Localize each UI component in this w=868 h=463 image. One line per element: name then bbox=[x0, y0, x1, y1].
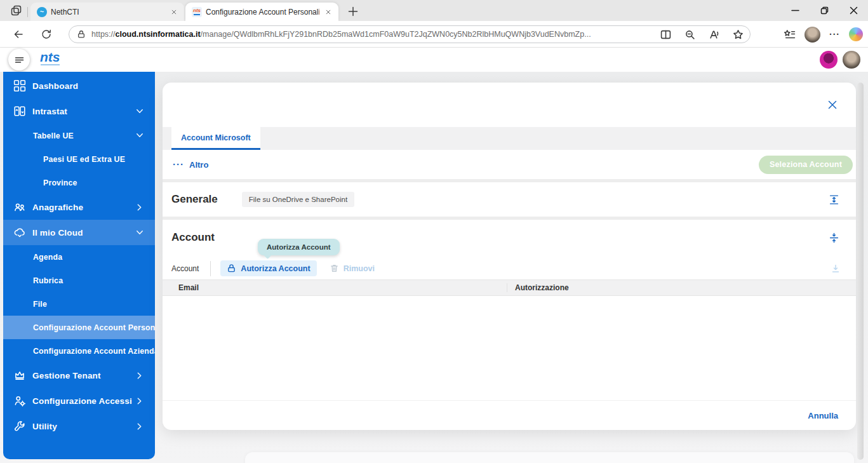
dashboard-icon bbox=[13, 79, 26, 92]
app-body: DashboardIntrastatTabelle UEPaesi UE ed … bbox=[0, 72, 868, 463]
user-avatar[interactable] bbox=[843, 51, 860, 69]
autorizza-account-button[interactable]: Autorizza Account bbox=[220, 260, 316, 276]
favorite-star-icon[interactable] bbox=[733, 29, 744, 40]
onedrive-sharepoint-chip: File su OneDrive e SharePoint bbox=[242, 192, 354, 207]
sidebar-item-configurazione-account-personali[interactable]: Configurazione Account Personali bbox=[3, 316, 155, 339]
download-icon[interactable] bbox=[831, 264, 841, 274]
nts-favicon-icon: nts bbox=[192, 7, 202, 17]
sidebar-item-label: Tabelle UE bbox=[33, 131, 74, 140]
tab-account-microsoft[interactable]: Account Microsoft bbox=[171, 127, 260, 150]
sidebar-item-label: Configurazione Account Aziendali bbox=[33, 347, 155, 356]
dialog-tabstrip: Account Microsoft bbox=[163, 127, 856, 150]
sidebar-item-dashboard[interactable]: Dashboard bbox=[3, 73, 155, 98]
section-divider bbox=[163, 217, 856, 220]
tab-title: NethCTI bbox=[51, 8, 165, 17]
sidebar-item-configurazione-accessi[interactable]: Configurazione Accessi bbox=[3, 388, 155, 413]
address-bar[interactable]: https://cloud.ntsinformatica.it/manage/Q… bbox=[69, 25, 751, 43]
tab-title: Configurazione Account Personali bbox=[206, 8, 319, 17]
read-aloud-icon[interactable] bbox=[709, 29, 719, 40]
collapse-section-icon[interactable] bbox=[829, 232, 839, 243]
sidebar-item-gestione-tenant[interactable]: Gestione Tenant bbox=[3, 363, 155, 388]
browser-menu-icon[interactable]: ··· bbox=[829, 30, 840, 39]
sidebar-item-tabelle-ue[interactable]: Tabelle UE bbox=[3, 124, 155, 147]
tab-close-icon[interactable] bbox=[323, 7, 333, 17]
address-bar-actions bbox=[660, 29, 744, 40]
hamburger-menu-icon[interactable] bbox=[8, 49, 30, 70]
dialog-close-icon[interactable] bbox=[825, 98, 839, 112]
sidebar: DashboardIntrastatTabelle UEPaesi UE ed … bbox=[3, 72, 155, 459]
split-screen-icon[interactable] bbox=[660, 29, 671, 40]
seleziona-account-button[interactable]: Seleziona Account bbox=[759, 156, 853, 174]
sidebar-item-label: Paesi UE ed Extra UE bbox=[43, 155, 125, 164]
url-text[interactable]: https://cloud.ntsinformatica.it/manage/Q… bbox=[91, 30, 653, 39]
annulla-link[interactable]: Annulla bbox=[808, 411, 838, 420]
lock-icon bbox=[227, 264, 236, 273]
nethcti-favicon-icon: ~ bbox=[37, 7, 47, 17]
rimuovi-button[interactable]: Rimuovi bbox=[330, 264, 375, 273]
new-tab-button[interactable] bbox=[346, 4, 360, 18]
crown-icon bbox=[13, 369, 26, 382]
sidebar-item-rubrica[interactable]: Rubrica bbox=[3, 269, 155, 292]
account-row-label: Account bbox=[171, 264, 199, 273]
sidebar-item-file[interactable]: File bbox=[3, 292, 155, 316]
table-header: Email Autorizzazione bbox=[163, 279, 856, 296]
refresh-icon[interactable] bbox=[38, 26, 55, 43]
sidebar-item-label: Rubrica bbox=[33, 276, 63, 285]
workspaces-icon[interactable] bbox=[9, 4, 23, 18]
app-header: nts bbox=[0, 48, 868, 72]
sidebar-item-label: Configurazione Account Personali bbox=[33, 323, 155, 332]
table-body-empty bbox=[163, 297, 856, 400]
sidebar-menu: DashboardIntrastatTabelle UEPaesi UE ed … bbox=[3, 73, 155, 439]
dialog-footer: Annulla bbox=[163, 400, 856, 430]
tab-nethcti[interactable]: ~ NethCTI bbox=[30, 3, 184, 21]
sidebar-item-label: Utility bbox=[32, 422, 57, 431]
generale-title: Generale bbox=[171, 193, 218, 206]
sidebar-item-label: Intrastat bbox=[32, 107, 67, 116]
back-icon[interactable] bbox=[10, 26, 27, 43]
window-controls bbox=[780, 0, 868, 21]
nts-logo-tagline bbox=[41, 64, 60, 65]
url-host: cloud.ntsinformatica.it bbox=[116, 30, 201, 39]
browser-profile-avatar[interactable] bbox=[805, 27, 820, 43]
sidebar-item-il-mio-cloud[interactable]: Il mio Cloud bbox=[3, 220, 155, 245]
sidebar-item-anagrafiche[interactable]: Anagrafiche bbox=[3, 194, 155, 220]
sidebar-item-label: Gestione Tenant bbox=[32, 371, 101, 380]
rimuovi-label: Rimuovi bbox=[344, 264, 375, 273]
background-card bbox=[245, 452, 854, 463]
sidebar-item-paesi-ue-ed-extra-ue[interactable]: Paesi UE ed Extra UE bbox=[3, 147, 155, 171]
account-toolbar: Account Autorizza Account Rimuovi bbox=[163, 257, 856, 279]
trash-icon bbox=[330, 264, 339, 273]
minimize-button[interactable] bbox=[780, 0, 810, 21]
identicon-avatar[interactable] bbox=[820, 51, 838, 69]
cloud-icon bbox=[13, 226, 26, 239]
altro-label: Altro bbox=[189, 160, 208, 170]
tab-close-icon[interactable] bbox=[169, 7, 179, 17]
intrastat-icon bbox=[13, 105, 26, 117]
tooltip: Autorizza Account bbox=[258, 239, 340, 255]
copilot-icon[interactable] bbox=[849, 27, 863, 41]
sidebar-item-intrastat[interactable]: Intrastat bbox=[3, 98, 155, 124]
tab-configurazione-account[interactable]: nts Configurazione Account Personali bbox=[185, 3, 338, 21]
column-header-autorizzazione[interactable]: Autorizzazione bbox=[507, 283, 856, 292]
restore-button[interactable] bbox=[810, 0, 839, 21]
person-gear-icon bbox=[13, 394, 26, 407]
dialog-toolbar: ··· Altro Seleziona Account bbox=[163, 150, 856, 179]
header-avatars bbox=[820, 51, 860, 69]
toolbar-right: ··· bbox=[784, 25, 863, 43]
account-config-dialog: Account Microsoft ··· Altro Seleziona Ac… bbox=[163, 83, 856, 430]
sidebar-item-label: Dashboard bbox=[32, 81, 78, 91]
lock-icon[interactable] bbox=[77, 30, 86, 39]
favorites-bar-icon[interactable] bbox=[784, 29, 796, 41]
altro-menu[interactable]: ··· Altro bbox=[173, 160, 208, 170]
sidebar-item-label: Province bbox=[43, 178, 77, 187]
sidebar-item-configurazione-account-aziendali[interactable]: Configurazione Account Aziendali bbox=[3, 339, 155, 363]
scrollbar[interactable] bbox=[857, 83, 864, 460]
sidebar-item-province[interactable]: Province bbox=[3, 171, 155, 194]
close-button[interactable] bbox=[839, 0, 868, 21]
sidebar-item-utility[interactable]: Utility bbox=[3, 413, 155, 439]
chevron-right-icon bbox=[136, 373, 144, 379]
column-header-email[interactable]: Email bbox=[163, 283, 507, 292]
sidebar-item-agenda[interactable]: Agenda bbox=[3, 245, 155, 269]
expand-section-icon[interactable] bbox=[829, 194, 839, 205]
zoom-out-icon[interactable] bbox=[684, 29, 695, 40]
